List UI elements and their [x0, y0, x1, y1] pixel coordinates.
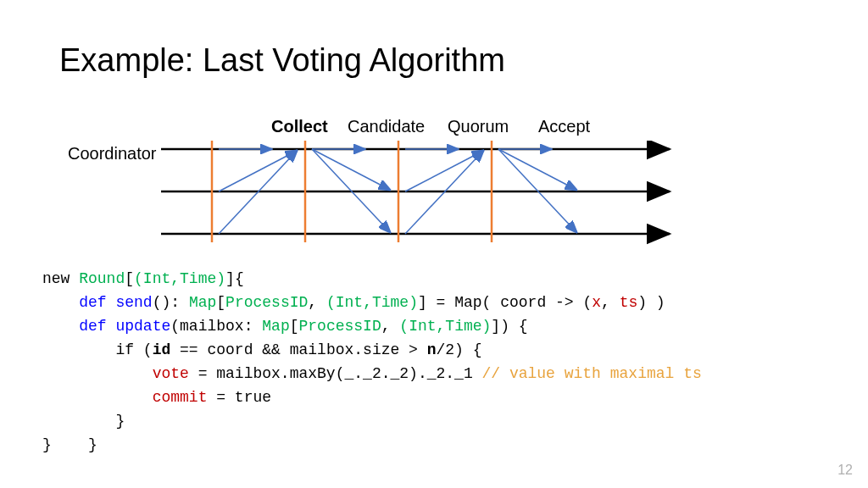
coordinator-label: Coordinator: [68, 144, 157, 164]
slide-title: Example: Last Voting Algorithm: [59, 42, 505, 79]
ty-map-1: Map: [189, 294, 216, 311]
txt-mailbox: (mailbox:: [170, 318, 262, 335]
msg-collect-p1: [219, 151, 297, 191]
comment: // value with maximal ts: [482, 365, 702, 382]
fn-send: send: [115, 294, 152, 311]
ty-inttime-1: (Int,Time): [134, 270, 225, 287]
msg-quorum-p1: [405, 151, 483, 191]
ty-pid-1: ProcessID: [225, 294, 308, 311]
page-number: 12: [837, 463, 853, 478]
txt-close-sig: ) {: [500, 318, 527, 335]
phase-candidate: Candidate: [348, 117, 425, 136]
kw-if: if: [115, 341, 134, 358]
txt-coord-arrow: = Map( coord -> (: [427, 294, 592, 311]
var-commit: commit: [153, 389, 208, 406]
ty-pid-2: ProcessID: [299, 318, 381, 335]
var-ts: ts: [620, 294, 638, 311]
phase-collect: Collect: [271, 117, 328, 136]
kw-def-1: def: [79, 294, 106, 311]
n-bold: n: [427, 341, 437, 358]
txt-commit-expr: = true: [207, 389, 271, 406]
txt-close-send: ) ): [637, 294, 665, 311]
ty-inttime-2: (Int,Time): [326, 294, 418, 311]
msg-candidate-p1: [312, 149, 390, 190]
fn-update: update: [115, 318, 170, 335]
phase-accept: Accept: [538, 117, 590, 136]
timeline-svg: [161, 141, 678, 259]
id-bold: id: [153, 341, 171, 358]
var-x: x: [592, 294, 601, 311]
txt-vote-expr: = mailbox.maxBy(_._2._2)._2._1: [189, 365, 482, 382]
msg-accept-p1: [498, 149, 576, 190]
ty-round: Round: [79, 270, 125, 287]
ty-map-2: Map: [262, 318, 289, 335]
kw-def-2: def: [79, 318, 106, 335]
txt-cond-mid: == coord && mailbox.size >: [170, 341, 426, 358]
var-vote: vote: [153, 365, 189, 382]
code-block: new Round[(Int,Time)]{ def send(): Map[P…: [42, 267, 702, 457]
slide: Example: Last Voting Algorithm Coordinat…: [0, 0, 868, 488]
ty-inttime-3: (Int,Time): [399, 318, 491, 335]
txt-cond-end: /2) {: [437, 341, 482, 358]
phase-quorum: Quorum: [448, 117, 509, 136]
message-diagram: Coordinator Collect Candidate Quorum Acc…: [68, 110, 678, 254]
kw-new: new: [42, 270, 70, 287]
